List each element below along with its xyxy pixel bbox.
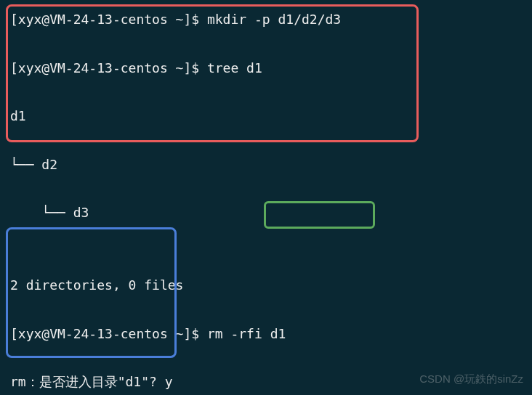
command-text: rm -rfi d1 (207, 326, 286, 341)
tree-branch: └── d2 (10, 152, 522, 176)
command-text: mkdir -p d1/d2/d3 (207, 12, 341, 27)
watermark-text: CSDN @玩鉄的sinZz (419, 369, 523, 389)
command-text: tree d1 (207, 60, 262, 76)
tree-summary: 2 directories, 0 files (10, 273, 522, 297)
shell-prompt: [xyx@VM-24-13-centos ~]$ (10, 60, 207, 76)
tree-root: d1 (10, 104, 522, 128)
line-8: [xyx@VM-24-13-centos ~]$ rm -rfi d1 (10, 322, 522, 346)
terminal-output[interactable]: [xyx@VM-24-13-centos ~]$ mkdir -p d1/d2/… (10, 7, 522, 395)
line-1: [xyx@VM-24-13-centos ~]$ mkdir -p d1/d2/… (10, 7, 522, 31)
tree-branch: └── d3 (10, 200, 522, 224)
line-2: [xyx@VM-24-13-centos ~]$ tree d1 (10, 56, 522, 80)
shell-prompt: [xyx@VM-24-13-centos ~]$ (10, 326, 207, 341)
shell-prompt: [xyx@VM-24-13-centos ~]$ (10, 12, 207, 27)
